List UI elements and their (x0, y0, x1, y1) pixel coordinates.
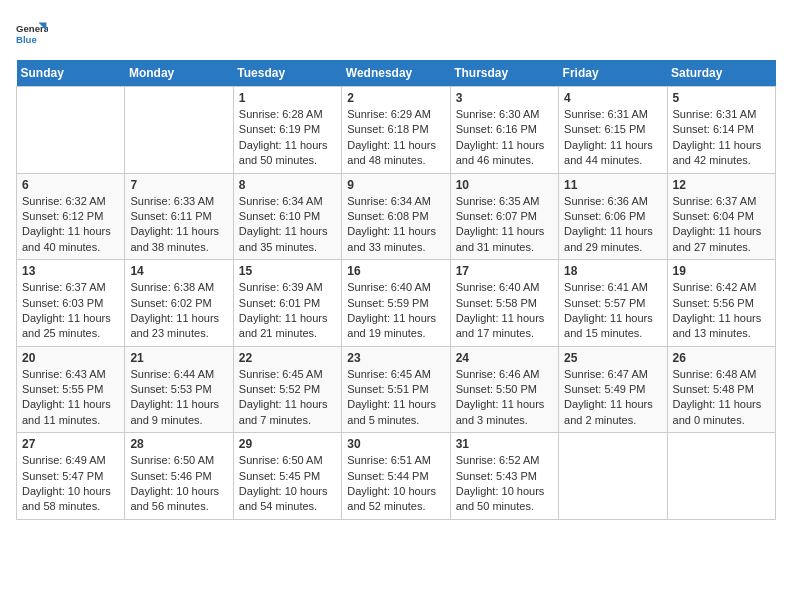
day-number: 20 (22, 351, 119, 365)
day-number: 14 (130, 264, 227, 278)
day-info: Sunrise: 6:31 AM Sunset: 6:14 PM Dayligh… (673, 107, 770, 169)
calendar-cell: 24Sunrise: 6:46 AM Sunset: 5:50 PM Dayli… (450, 346, 558, 433)
calendar-cell: 21Sunrise: 6:44 AM Sunset: 5:53 PM Dayli… (125, 346, 233, 433)
calendar-cell: 4Sunrise: 6:31 AM Sunset: 6:15 PM Daylig… (559, 87, 667, 174)
svg-text:Blue: Blue (16, 34, 37, 45)
weekday-header-sunday: Sunday (17, 60, 125, 87)
day-info: Sunrise: 6:52 AM Sunset: 5:43 PM Dayligh… (456, 453, 553, 515)
day-number: 26 (673, 351, 770, 365)
calendar-cell (559, 433, 667, 520)
logo-icon: General Blue (16, 16, 48, 48)
day-number: 28 (130, 437, 227, 451)
calendar-cell: 8Sunrise: 6:34 AM Sunset: 6:10 PM Daylig… (233, 173, 341, 260)
page-header: General Blue (16, 16, 776, 48)
calendar-cell: 11Sunrise: 6:36 AM Sunset: 6:06 PM Dayli… (559, 173, 667, 260)
calendar-cell (17, 87, 125, 174)
week-row-3: 13Sunrise: 6:37 AM Sunset: 6:03 PM Dayli… (17, 260, 776, 347)
calendar-cell: 1Sunrise: 6:28 AM Sunset: 6:19 PM Daylig… (233, 87, 341, 174)
week-row-5: 27Sunrise: 6:49 AM Sunset: 5:47 PM Dayli… (17, 433, 776, 520)
calendar-cell: 27Sunrise: 6:49 AM Sunset: 5:47 PM Dayli… (17, 433, 125, 520)
calendar-cell: 15Sunrise: 6:39 AM Sunset: 6:01 PM Dayli… (233, 260, 341, 347)
calendar-cell: 17Sunrise: 6:40 AM Sunset: 5:58 PM Dayli… (450, 260, 558, 347)
week-row-2: 6Sunrise: 6:32 AM Sunset: 6:12 PM Daylig… (17, 173, 776, 260)
day-number: 25 (564, 351, 661, 365)
calendar-cell: 10Sunrise: 6:35 AM Sunset: 6:07 PM Dayli… (450, 173, 558, 260)
calendar-cell: 2Sunrise: 6:29 AM Sunset: 6:18 PM Daylig… (342, 87, 450, 174)
calendar-cell (667, 433, 775, 520)
calendar-cell: 16Sunrise: 6:40 AM Sunset: 5:59 PM Dayli… (342, 260, 450, 347)
calendar-cell: 31Sunrise: 6:52 AM Sunset: 5:43 PM Dayli… (450, 433, 558, 520)
calendar-header-row: SundayMondayTuesdayWednesdayThursdayFrid… (17, 60, 776, 87)
day-info: Sunrise: 6:38 AM Sunset: 6:02 PM Dayligh… (130, 280, 227, 342)
day-number: 18 (564, 264, 661, 278)
day-number: 1 (239, 91, 336, 105)
day-info: Sunrise: 6:29 AM Sunset: 6:18 PM Dayligh… (347, 107, 444, 169)
day-info: Sunrise: 6:51 AM Sunset: 5:44 PM Dayligh… (347, 453, 444, 515)
calendar-cell: 28Sunrise: 6:50 AM Sunset: 5:46 PM Dayli… (125, 433, 233, 520)
calendar-cell: 6Sunrise: 6:32 AM Sunset: 6:12 PM Daylig… (17, 173, 125, 260)
day-number: 15 (239, 264, 336, 278)
day-info: Sunrise: 6:42 AM Sunset: 5:56 PM Dayligh… (673, 280, 770, 342)
day-info: Sunrise: 6:32 AM Sunset: 6:12 PM Dayligh… (22, 194, 119, 256)
calendar-cell: 26Sunrise: 6:48 AM Sunset: 5:48 PM Dayli… (667, 346, 775, 433)
calendar-cell: 14Sunrise: 6:38 AM Sunset: 6:02 PM Dayli… (125, 260, 233, 347)
day-number: 3 (456, 91, 553, 105)
day-info: Sunrise: 6:37 AM Sunset: 6:04 PM Dayligh… (673, 194, 770, 256)
weekday-header-monday: Monday (125, 60, 233, 87)
calendar-cell: 30Sunrise: 6:51 AM Sunset: 5:44 PM Dayli… (342, 433, 450, 520)
day-info: Sunrise: 6:31 AM Sunset: 6:15 PM Dayligh… (564, 107, 661, 169)
day-info: Sunrise: 6:34 AM Sunset: 6:08 PM Dayligh… (347, 194, 444, 256)
day-info: Sunrise: 6:37 AM Sunset: 6:03 PM Dayligh… (22, 280, 119, 342)
week-row-1: 1Sunrise: 6:28 AM Sunset: 6:19 PM Daylig… (17, 87, 776, 174)
day-info: Sunrise: 6:40 AM Sunset: 5:58 PM Dayligh… (456, 280, 553, 342)
day-number: 8 (239, 178, 336, 192)
day-number: 27 (22, 437, 119, 451)
calendar-cell: 13Sunrise: 6:37 AM Sunset: 6:03 PM Dayli… (17, 260, 125, 347)
day-number: 23 (347, 351, 444, 365)
day-info: Sunrise: 6:36 AM Sunset: 6:06 PM Dayligh… (564, 194, 661, 256)
day-number: 6 (22, 178, 119, 192)
calendar-cell: 18Sunrise: 6:41 AM Sunset: 5:57 PM Dayli… (559, 260, 667, 347)
day-number: 16 (347, 264, 444, 278)
day-number: 9 (347, 178, 444, 192)
day-number: 4 (564, 91, 661, 105)
day-number: 29 (239, 437, 336, 451)
day-number: 19 (673, 264, 770, 278)
day-info: Sunrise: 6:44 AM Sunset: 5:53 PM Dayligh… (130, 367, 227, 429)
weekday-header-tuesday: Tuesday (233, 60, 341, 87)
weekday-header-friday: Friday (559, 60, 667, 87)
day-number: 24 (456, 351, 553, 365)
day-number: 21 (130, 351, 227, 365)
weekday-header-thursday: Thursday (450, 60, 558, 87)
day-info: Sunrise: 6:40 AM Sunset: 5:59 PM Dayligh… (347, 280, 444, 342)
calendar-cell: 12Sunrise: 6:37 AM Sunset: 6:04 PM Dayli… (667, 173, 775, 260)
calendar-cell: 19Sunrise: 6:42 AM Sunset: 5:56 PM Dayli… (667, 260, 775, 347)
day-info: Sunrise: 6:45 AM Sunset: 5:52 PM Dayligh… (239, 367, 336, 429)
day-info: Sunrise: 6:41 AM Sunset: 5:57 PM Dayligh… (564, 280, 661, 342)
day-info: Sunrise: 6:48 AM Sunset: 5:48 PM Dayligh… (673, 367, 770, 429)
day-info: Sunrise: 6:30 AM Sunset: 6:16 PM Dayligh… (456, 107, 553, 169)
day-info: Sunrise: 6:33 AM Sunset: 6:11 PM Dayligh… (130, 194, 227, 256)
calendar-cell: 22Sunrise: 6:45 AM Sunset: 5:52 PM Dayli… (233, 346, 341, 433)
calendar-cell: 9Sunrise: 6:34 AM Sunset: 6:08 PM Daylig… (342, 173, 450, 260)
day-number: 13 (22, 264, 119, 278)
calendar-cell: 23Sunrise: 6:45 AM Sunset: 5:51 PM Dayli… (342, 346, 450, 433)
day-info: Sunrise: 6:50 AM Sunset: 5:45 PM Dayligh… (239, 453, 336, 515)
day-number: 11 (564, 178, 661, 192)
week-row-4: 20Sunrise: 6:43 AM Sunset: 5:55 PM Dayli… (17, 346, 776, 433)
logo: General Blue (16, 16, 52, 48)
day-number: 12 (673, 178, 770, 192)
weekday-header-saturday: Saturday (667, 60, 775, 87)
day-number: 7 (130, 178, 227, 192)
calendar-cell: 5Sunrise: 6:31 AM Sunset: 6:14 PM Daylig… (667, 87, 775, 174)
day-number: 10 (456, 178, 553, 192)
calendar-cell: 3Sunrise: 6:30 AM Sunset: 6:16 PM Daylig… (450, 87, 558, 174)
day-number: 2 (347, 91, 444, 105)
day-info: Sunrise: 6:39 AM Sunset: 6:01 PM Dayligh… (239, 280, 336, 342)
calendar-cell (125, 87, 233, 174)
day-info: Sunrise: 6:45 AM Sunset: 5:51 PM Dayligh… (347, 367, 444, 429)
day-number: 30 (347, 437, 444, 451)
day-info: Sunrise: 6:43 AM Sunset: 5:55 PM Dayligh… (22, 367, 119, 429)
calendar-cell: 25Sunrise: 6:47 AM Sunset: 5:49 PM Dayli… (559, 346, 667, 433)
calendar-table: SundayMondayTuesdayWednesdayThursdayFrid… (16, 60, 776, 520)
